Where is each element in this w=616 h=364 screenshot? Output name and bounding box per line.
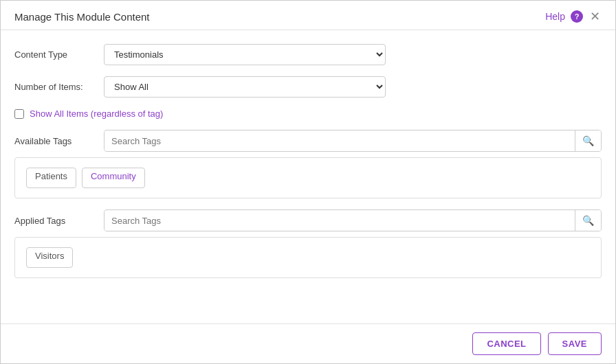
modal-footer: CANCEL SAVE bbox=[1, 323, 615, 363]
available-tags-search-input[interactable] bbox=[104, 131, 575, 151]
number-of-items-select[interactable]: Show All 5 10 15 20 bbox=[104, 76, 386, 98]
applied-tags-box: Visitors bbox=[14, 237, 602, 278]
header-actions: Help ? ✕ bbox=[545, 10, 602, 23]
available-tags-search-button[interactable]: 🔍 bbox=[575, 130, 601, 151]
applied-tags-search-button[interactable]: 🔍 bbox=[575, 210, 601, 231]
available-tags-header: Available Tags 🔍 bbox=[14, 130, 602, 152]
modal-header: Manage This Module Content Help ? ✕ bbox=[1, 1, 615, 30]
applied-tags-label: Applied Tags bbox=[14, 216, 104, 226]
content-type-label: Content Type bbox=[14, 49, 104, 60]
applied-tags-search-input[interactable] bbox=[104, 211, 575, 231]
available-tags-section: Available Tags 🔍 Patients Community bbox=[14, 130, 602, 198]
available-tags-label: Available Tags bbox=[14, 136, 104, 146]
show-all-items-row: Show All Items (regardless of tag) bbox=[14, 109, 602, 119]
available-tags-search-container: 🔍 bbox=[104, 130, 602, 152]
applied-tag-visitors[interactable]: Visitors bbox=[26, 247, 73, 268]
help-icon[interactable]: ? bbox=[571, 10, 583, 23]
modal-body: Content Type Testimonials News Blog Post… bbox=[1, 30, 615, 323]
save-button[interactable]: SAVE bbox=[548, 332, 602, 355]
available-tags-search-icon: 🔍 bbox=[582, 135, 594, 146]
applied-tags-header: Applied Tags 🔍 bbox=[14, 209, 602, 231]
modal-overlay: Manage This Module Content Help ? ✕ Cont… bbox=[0, 0, 616, 364]
available-tag-community[interactable]: Community bbox=[82, 168, 145, 188]
applied-tags-section: Applied Tags 🔍 Visitors bbox=[14, 209, 602, 278]
close-button[interactable]: ✕ bbox=[588, 10, 602, 23]
modal-title: Manage This Module Content bbox=[14, 11, 150, 23]
available-tag-patients[interactable]: Patients bbox=[26, 168, 76, 188]
show-all-items-label[interactable]: Show All Items (regardless of tag) bbox=[30, 109, 163, 119]
content-type-row: Content Type Testimonials News Blog Post… bbox=[14, 44, 602, 65]
applied-tags-search-container: 🔍 bbox=[104, 209, 602, 231]
content-type-select[interactable]: Testimonials News Blog Posts Events bbox=[104, 44, 386, 65]
cancel-button[interactable]: CANCEL bbox=[472, 332, 540, 355]
number-of-items-label: Number of Items: bbox=[14, 82, 104, 92]
modal-dialog: Manage This Module Content Help ? ✕ Cont… bbox=[0, 0, 616, 364]
show-all-items-checkbox[interactable] bbox=[14, 109, 24, 119]
help-link[interactable]: Help bbox=[545, 11, 565, 22]
number-of-items-row: Number of Items: Show All 5 10 15 20 bbox=[14, 76, 602, 98]
applied-tags-search-icon: 🔍 bbox=[582, 215, 594, 226]
available-tags-box: Patients Community bbox=[14, 157, 602, 198]
